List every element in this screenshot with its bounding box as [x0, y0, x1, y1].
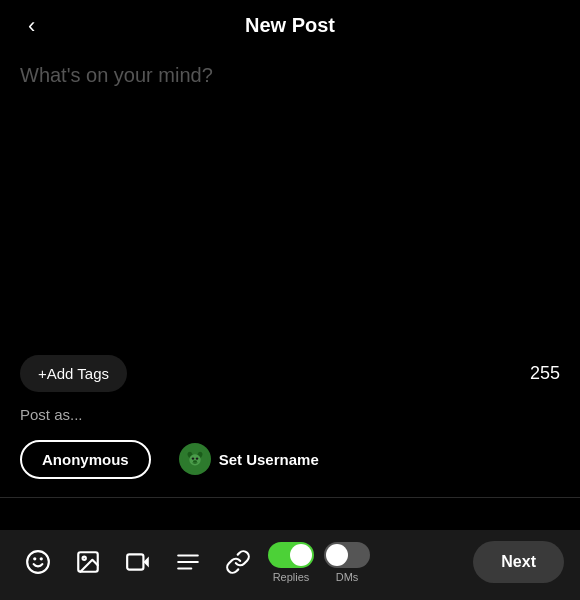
header: ‹ New Post	[0, 0, 580, 51]
dms-toggle-knob	[326, 544, 348, 566]
text-align-icon[interactable]	[166, 540, 210, 584]
next-button[interactable]: Next	[473, 541, 564, 583]
replies-toggle-group: Replies	[268, 542, 314, 583]
replies-toggle-knob	[290, 544, 312, 566]
replies-toggle[interactable]	[268, 542, 314, 568]
add-tags-button[interactable]: +Add Tags	[20, 355, 127, 392]
dms-label: DMs	[336, 571, 359, 583]
set-username-button[interactable]: Set Username	[163, 435, 335, 483]
page-title: New Post	[245, 14, 335, 37]
svg-rect-12	[127, 554, 143, 569]
svg-point-4	[191, 457, 193, 459]
video-icon[interactable]	[116, 540, 160, 584]
username-label: Set Username	[219, 451, 319, 468]
svg-point-6	[193, 460, 197, 462]
char-count: 255	[530, 363, 560, 384]
avatar	[179, 443, 211, 475]
divider	[0, 497, 580, 498]
post-as-section: Post as... Anonymous Set Username	[0, 392, 580, 493]
link-icon[interactable]	[216, 540, 260, 584]
emoji-icon[interactable]	[16, 540, 60, 584]
svg-point-11	[83, 557, 86, 560]
tags-row: +Add Tags 255	[0, 355, 580, 392]
dms-toggle[interactable]	[324, 542, 370, 568]
dms-toggle-group: DMs	[324, 542, 370, 583]
back-button[interactable]: ‹	[20, 11, 43, 41]
post-as-options: Anonymous Set Username	[20, 435, 560, 483]
svg-point-5	[195, 457, 197, 459]
replies-label: Replies	[273, 571, 310, 583]
svg-point-7	[27, 551, 49, 573]
bottom-toolbar: Replies DMs Next	[0, 530, 580, 600]
post-as-label: Post as...	[20, 406, 560, 423]
anonymous-button[interactable]: Anonymous	[20, 440, 151, 479]
post-input[interactable]	[20, 61, 560, 321]
post-area	[0, 51, 580, 345]
image-icon[interactable]	[66, 540, 110, 584]
